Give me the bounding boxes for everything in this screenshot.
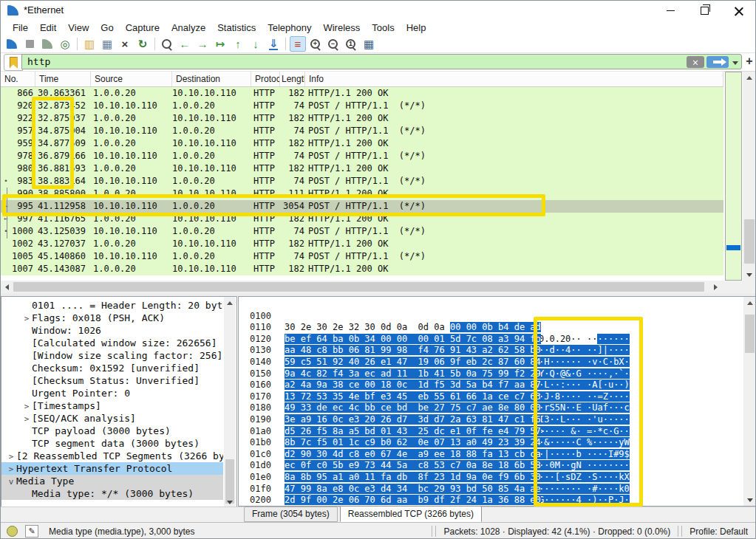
hex-row[interactable]: 01e0 47 99 8a e8 0c e3 d4 34 bc 29 93 bd… bbox=[239, 460, 755, 472]
minimize-button[interactable] bbox=[654, 1, 687, 20]
hex-row[interactable]: 0140 9a 4c 82 f4 3a ec ad 11 1b 41 5b 0a… bbox=[239, 345, 755, 357]
packet-list-vscrollbar[interactable] bbox=[743, 72, 756, 281]
detail-tree-item[interactable]: [Checksum Status: Unverified] bbox=[1, 374, 223, 387]
menu-item[interactable]: Telephony bbox=[262, 21, 317, 35]
expand-arrow-icon[interactable]: > bbox=[21, 413, 32, 425]
column-header-length[interactable]: Length bbox=[280, 72, 305, 86]
menu-item[interactable]: View bbox=[62, 21, 95, 35]
detail-tree-item[interactable]: Urgent Pointer: 0 bbox=[1, 387, 223, 399]
expand-arrow-icon[interactable]: > bbox=[21, 400, 32, 412]
menu-item[interactable]: Analyze bbox=[166, 21, 211, 35]
open-capture-icon[interactable]: ▥ bbox=[81, 36, 98, 52]
detail-tree-item[interactable]: >[2 Reassembled TCP Segments (3266 bytes… bbox=[1, 450, 223, 462]
hex-row[interactable]: 01f0 2d 9f 00 2e 06 70 6d aa b9 df 2f 24… bbox=[239, 472, 755, 484]
detail-tree-item[interactable]: TCP payload (3000 bytes) bbox=[1, 425, 223, 437]
go-last-packet-icon[interactable]: ↓ bbox=[248, 36, 264, 52]
packet-row[interactable]: 978 36.879166 10.10.10.110 1.0.0.20 HTTP… bbox=[1, 150, 723, 162]
hex-row[interactable]: 0100 30 2e 30 2e 32 30 0d 0a 0d 0a 00 00… bbox=[239, 299, 755, 311]
hex-row[interactable]: 0120 aa 48 c8 bb 06 81 99 98 f4 76 91 43… bbox=[239, 322, 755, 334]
hex-row[interactable]: 01b0 d2 90 30 4d c8 e0 67 4e a9 ee 18 88… bbox=[239, 426, 755, 438]
filter-apply-button[interactable] bbox=[706, 56, 729, 68]
restart-capture-icon[interactable] bbox=[39, 36, 55, 52]
column-header-no[interactable]: No. bbox=[1, 72, 35, 86]
detail-tree-item[interactable]: Checksum: 0x1592 [unverified] bbox=[1, 362, 223, 374]
packet-row[interactable]: 1007 45.143087 1.0.0.20 10.10.10.110 HTT… bbox=[1, 263, 723, 275]
byte-view-tab[interactable]: Frame (3054 bytes) bbox=[244, 507, 338, 522]
expand-arrow-icon[interactable]: > bbox=[6, 450, 16, 462]
hex-row[interactable]: 0210 b2 2b 0d 47 f3 aa de ef bb 4d 51 47… bbox=[239, 495, 755, 507]
close-button[interactable] bbox=[722, 1, 755, 20]
reload-capture-icon[interactable]: ↻ bbox=[134, 36, 151, 52]
filter-bookmark-button[interactable] bbox=[4, 54, 23, 71]
zoom-original-icon[interactable]: 1 bbox=[343, 36, 359, 52]
menu-item[interactable]: Capture bbox=[120, 21, 166, 35]
hex-row[interactable]: 0200 e0 64 72 9b c7 d9 88 13 eb c2 63 64… bbox=[239, 484, 755, 495]
go-forward-icon[interactable]: → bbox=[194, 36, 211, 52]
expand-arrow-icon[interactable]: > bbox=[6, 463, 16, 475]
detail-tree-item[interactable]: >[Timestamps] bbox=[1, 399, 223, 412]
hex-row[interactable]: 0160 13 72 53 35 4e bf e3 45 eb 55 61 66… bbox=[239, 368, 755, 380]
expand-arrow-icon[interactable]: v bbox=[6, 476, 16, 487]
stop-capture-icon[interactable] bbox=[21, 36, 38, 52]
packet-row[interactable]: • 1000 43.125039 10.10.10.110 1.0.0.20 H… bbox=[1, 225, 723, 238]
packet-row[interactable]: 959 34.877509 1.0.0.20 10.10.10.110 HTTP… bbox=[1, 137, 723, 150]
menu-item[interactable]: Wireless bbox=[317, 21, 366, 35]
hex-row[interactable]: 0150 a2 4a 9a 38 ce 00 18 0c 1d f5 3d 5a… bbox=[239, 357, 755, 368]
scroll-down-button[interactable] bbox=[743, 269, 756, 281]
capture-comment-icon[interactable]: ✎ bbox=[25, 525, 38, 538]
packet-row[interactable]: 866 30.863361 1.0.0.20 10.10.10.110 HTTP… bbox=[1, 87, 723, 100]
restore-button[interactable] bbox=[688, 1, 721, 20]
zoom-out-icon[interactable]: − bbox=[325, 36, 341, 52]
hex-row[interactable]: 01a0 8b 7c f5 01 1c c9 b0 62 0e 07 13 a0… bbox=[239, 414, 755, 426]
colorize-icon[interactable]: ≡ bbox=[290, 36, 306, 52]
byte-view-tab[interactable]: Reassembled TCP (3266 bytes) bbox=[340, 506, 482, 522]
packet-row[interactable]: 1002 43.127037 1.0.0.20 10.10.10.110 HTT… bbox=[1, 238, 723, 250]
packet-list-hscrollbar[interactable] bbox=[1, 281, 722, 293]
detail-tree-item[interactable]: 0101 .... = Header Length: 20 bytes (5 bbox=[1, 299, 223, 312]
packet-row[interactable]: 957 34.875004 10.10.10.110 1.0.0.20 HTTP… bbox=[1, 125, 723, 137]
menu-item[interactable]: Tools bbox=[366, 21, 400, 35]
detail-tree-item[interactable]: >Hypertext Transfer Protocol bbox=[1, 462, 223, 475]
detail-vscrollbar[interactable] bbox=[224, 297, 236, 508]
menu-item[interactable]: Help bbox=[401, 21, 432, 35]
packet-row[interactable]: ← 997 41.116765 1.0.0.20 10.10.10.110 HT… bbox=[1, 213, 723, 225]
detail-tree-item[interactable]: >Flags: 0x018 (PSH, ACK) bbox=[1, 312, 223, 324]
go-to-packet-icon[interactable]: ↦ bbox=[212, 36, 228, 52]
resize-columns-icon[interactable]: ▦ bbox=[361, 36, 377, 52]
go-back-icon[interactable]: ← bbox=[177, 36, 193, 52]
scroll-up-button[interactable] bbox=[224, 297, 236, 309]
save-capture-icon[interactable]: ▦ bbox=[99, 36, 115, 52]
packet-row[interactable]: 920 32.873452 10.10.10.110 1.0.0.20 HTTP… bbox=[1, 100, 723, 112]
packet-row[interactable]: 990 38.885800 1.0.0.20 10.10.10.110 HTTP… bbox=[1, 188, 723, 200]
go-first-packet-icon[interactable]: ↑ bbox=[230, 36, 246, 52]
hex-row[interactable]: 01c0 ec 0f c0 5b e9 73 44 5a c8 53 c7 0a… bbox=[239, 437, 755, 449]
column-header-protocol[interactable]: Protocol bbox=[251, 72, 280, 86]
scroll-up-button[interactable] bbox=[743, 297, 756, 309]
column-header-time[interactable]: Time bbox=[35, 72, 91, 86]
expert-info-icon[interactable] bbox=[7, 526, 18, 537]
column-header-destination[interactable]: Destination bbox=[172, 72, 251, 86]
scroll-up-button[interactable] bbox=[743, 72, 756, 83]
scrollbar-thumb[interactable] bbox=[744, 219, 755, 264]
hex-row[interactable]: 0130 59 c5 51 92 40 26 e1 47 19 06 9f eb… bbox=[239, 334, 755, 346]
packet-row[interactable]: 1005 45.140860 10.10.10.110 1.0.0.20 HTT… bbox=[1, 250, 723, 263]
menu-item[interactable]: File bbox=[7, 21, 34, 35]
display-filter-input[interactable]: http bbox=[21, 54, 742, 69]
menu-item[interactable]: Edit bbox=[34, 21, 62, 35]
status-profile[interactable]: Profile: Default bbox=[684, 526, 755, 537]
scrollbar-thumb[interactable] bbox=[745, 315, 755, 353]
close-capture-icon[interactable]: × bbox=[117, 36, 133, 52]
hex-row[interactable]: 0190 d5 26 f5 8a a5 bd 01 43 25 dc e1 0f… bbox=[239, 402, 755, 414]
packet-row[interactable]: → 995 41.112958 10.10.10.110 1.0.0.20 HT… bbox=[1, 200, 723, 213]
packet-row[interactable]: 922 32.875937 1.0.0.20 10.10.10.110 HTTP… bbox=[1, 112, 723, 125]
filter-add-button[interactable]: + bbox=[744, 55, 755, 68]
detail-tree-item[interactable]: Media type: */* (3000 bytes) bbox=[1, 487, 223, 500]
column-header-source[interactable]: Source bbox=[91, 72, 172, 86]
scroll-left-button[interactable] bbox=[1, 281, 13, 293]
detail-tree-item[interactable]: TCP segment data (3000 bytes) bbox=[1, 437, 223, 450]
scroll-right-button[interactable] bbox=[709, 281, 722, 293]
expand-arrow-icon[interactable]: > bbox=[21, 312, 32, 324]
find-packet-icon[interactable] bbox=[159, 36, 175, 52]
packet-list-minimap[interactable] bbox=[725, 72, 742, 281]
capture-options-icon[interactable]: ◎ bbox=[57, 36, 73, 52]
